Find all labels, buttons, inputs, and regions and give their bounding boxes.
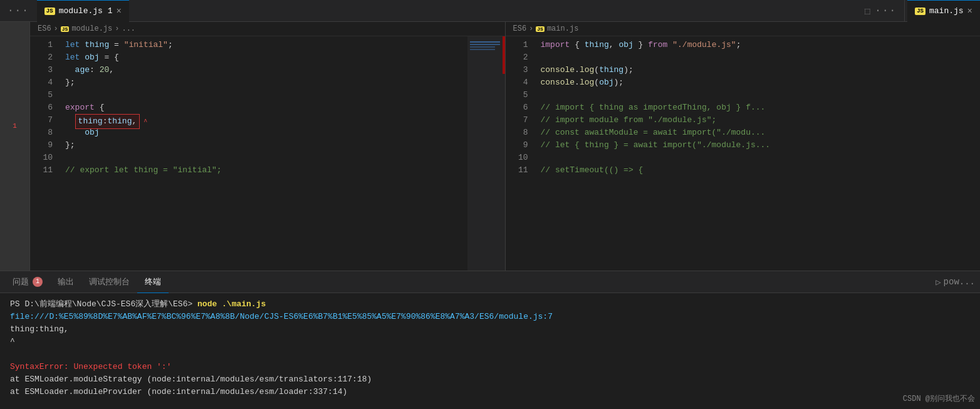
activity-bar: 1 [0, 22, 30, 271]
terminal-line-2: file:///D:%E5%89%8D%E7%AB%AF%E7%BC%96%E7… [10, 311, 970, 323]
close-main-tab-icon[interactable]: × [967, 6, 972, 16]
tab-module-js[interactable]: JS module.js 1 × [37, 0, 129, 22]
tab-problems[interactable]: 问题 1 [5, 271, 50, 293]
debug-label: 调试控制台 [89, 276, 130, 287]
js-icon-right: JS [915, 8, 925, 15]
terminal-line-4: ^ [10, 336, 970, 348]
run-label: pow... [944, 277, 975, 287]
code-line-6: export { [65, 101, 462, 114]
code-lines-left[interactable]: let thing = "initial"; let obj = { age: … [60, 36, 467, 271]
code-rline-1: import { thing, obj } from "./module.js"… [541, 39, 976, 51]
code-line-1: let thing = "initial"; [65, 39, 462, 51]
js-icon-left: JS [44, 8, 55, 15]
breadcrumb-left: ES6 › JS module.js › ... [30, 22, 505, 36]
panel-bottom: 问题 1 输出 调试控制台 终端 ▷ pow... PS D:\前端编程\Nod… [0, 271, 980, 409]
line-numbers-left: 1 2 3 4 5 6 7 8 9 10 11 [30, 36, 60, 271]
code-line-11: // export let thing = "initial"; [65, 164, 462, 177]
line-numbers-right: 1 2 3 4 5 6 7 8 9 10 11 [506, 36, 536, 271]
main-area: 1 ES6 › JS module.js › ... 1 2 3 4 5 [0, 22, 980, 271]
code-area-left[interactable]: 1 2 3 4 5 6 7 8 9 10 11 let thing = "ini… [30, 36, 505, 271]
code-line-3: age: 20, [65, 64, 462, 76]
code-line-4: }; [65, 76, 462, 89]
editor-more-icon[interactable]: ··· [875, 5, 897, 16]
code-line-2: let obj = { [65, 51, 462, 64]
code-area-right[interactable]: 1 2 3 4 5 6 7 8 9 10 11 import { thing, … [506, 36, 981, 271]
code-rline-4: console.log(obj); [541, 76, 976, 89]
code-line-10 [65, 152, 462, 164]
tab-main-js[interactable]: JS main.js × [907, 0, 980, 22]
terminal-line-6: SyntaxError: Unexpected token ':' [10, 361, 970, 373]
code-line-9: }; [65, 139, 462, 152]
js-icon-breadcrumb-right: JS [536, 26, 545, 32]
panel-tab-bar: 问题 1 输出 调试控制台 终端 ▷ pow... [0, 271, 980, 293]
terminal-line-7: at ESMLoader.moduleStrategy (node:intern… [10, 373, 970, 386]
code-rline-11: // setTimeout(() => { [541, 164, 976, 177]
close-tab-icon[interactable]: × [116, 6, 121, 16]
code-rline-10 [541, 152, 976, 164]
tab-debug[interactable]: 调试控制台 [81, 271, 137, 293]
tab-bar: ··· JS module.js 1 × ⬚ ··· JS main.js × [0, 0, 980, 22]
terminal-line-3: thing:thing, [10, 323, 970, 336]
tab-output[interactable]: 输出 [50, 271, 81, 293]
error-indicator: 1 [13, 122, 17, 130]
run-icon: ▷ [936, 277, 941, 287]
code-rline-6: // import { thing as importedThing, obj … [541, 101, 976, 114]
code-rline-3: console.log(thing); [541, 64, 976, 76]
code-rline-5 [541, 89, 976, 101]
problems-label: 问题 [13, 276, 29, 287]
editor-module-js: ES6 › JS module.js › ... 1 2 3 4 5 6 7 8 [30, 22, 506, 271]
js-icon-breadcrumb-left: JS [61, 26, 70, 32]
problems-badge: 1 [33, 277, 43, 287]
terminal-content[interactable]: PS D:\前端编程\Node\CJS-ES6深入理解\ES6> node .\… [0, 293, 980, 409]
terminal-line-5 [10, 348, 970, 361]
code-rline-9: // let { thing } = await import("./modul… [541, 139, 976, 152]
code-line-7: thing:thing, ^ [65, 114, 462, 127]
code-lines-right[interactable]: import { thing, obj } from "./module.js"… [536, 36, 981, 271]
watermark: CSDN @别问我也不会 [903, 393, 975, 404]
output-label: 输出 [58, 276, 74, 287]
code-line-5 [65, 89, 462, 101]
breadcrumb-right: ES6 › JS main.js [506, 22, 981, 36]
editor-main-js: ES6 › JS main.js 1 2 3 4 5 6 7 8 9 10 [506, 22, 981, 271]
split-editor-icon[interactable]: ⬚ [865, 6, 870, 16]
run-button[interactable]: ▷ pow... [936, 277, 975, 287]
code-rline-8: // const awaitModule = await import("./m… [541, 127, 976, 139]
tab-terminal[interactable]: 终端 [137, 271, 169, 293]
code-rline-7: // import module from "./module.js"; [541, 114, 976, 127]
code-rline-2 [541, 51, 976, 64]
editors-container: ES6 › JS module.js › ... 1 2 3 4 5 6 7 8 [30, 22, 980, 271]
terminal-line-1: PS D:\前端编程\Node\CJS-ES6深入理解\ES6> node .\… [10, 298, 970, 311]
tab-main-js-label: main.js [929, 6, 964, 16]
minimap-left [467, 36, 505, 271]
terminal-line-8: at ESMLoader.moduleProvider (node:intern… [10, 386, 970, 398]
more-icon[interactable]: ··· [0, 5, 37, 16]
terminal-label: 终端 [145, 276, 161, 287]
tab-module-js-label: module.js 1 [59, 6, 113, 16]
